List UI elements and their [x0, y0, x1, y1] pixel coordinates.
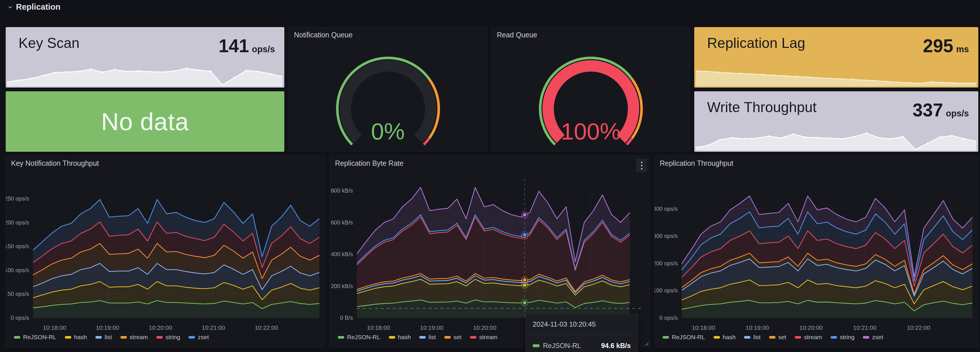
panel-key-notification-throughput: Key Notification Throughput 0 ops/s50 op…: [6, 155, 325, 347]
svg-text:10:18:00: 10:18:00: [692, 324, 715, 331]
chart-legend: ReJSON-RLhashliststreamstringzset: [14, 334, 209, 341]
series-color-swatch: [863, 336, 869, 339]
legend-item-ReJSON-RL[interactable]: ReJSON-RL: [338, 334, 380, 341]
svg-text:10:21:00: 10:21:00: [853, 324, 877, 331]
legend-item-ReJSON-RL[interactable]: ReJSON-RL: [14, 334, 56, 341]
panel-notification-queue: Notification Queue 0%: [289, 27, 487, 152]
svg-text:200 kB/s: 200 kB/s: [331, 283, 353, 289]
legend-label: set: [453, 334, 461, 341]
svg-text:600 kB/s: 600 kB/s: [331, 219, 353, 226]
svg-text:400 kB/s: 400 kB/s: [331, 251, 353, 257]
legend-label: stream: [804, 334, 822, 341]
series-color-swatch: [65, 336, 71, 339]
row-header-replication[interactable]: Replication: [7, 2, 60, 12]
stat-title: Key Scan: [19, 35, 80, 51]
svg-text:200 ops/s: 200 ops/s: [655, 260, 678, 266]
svg-text:10:18:00: 10:18:00: [43, 324, 66, 331]
series-color-swatch: [121, 336, 127, 339]
legend-item-zset[interactable]: zset: [863, 334, 883, 341]
svg-text:10:20:00: 10:20:00: [799, 324, 823, 331]
svg-text:400 ops/s: 400 ops/s: [655, 206, 678, 212]
panel-replication-lag: Replication Lag 295 ms: [694, 27, 978, 88]
legend-item-string[interactable]: string: [831, 334, 854, 341]
panel-menu-button[interactable]: [636, 158, 647, 172]
svg-text:0 B/s: 0 B/s: [340, 315, 353, 321]
series-color-swatch: [189, 336, 195, 339]
panel-replication-throughput: Replication Throughput 0 ops/s100 ops/s2…: [654, 155, 978, 347]
legend-label: zset: [198, 334, 209, 341]
svg-text:10:22:00: 10:22:00: [255, 324, 278, 331]
tooltip-series-label: ReJSON-RL: [543, 342, 581, 350]
legend-label: ReJSON-RL: [347, 334, 380, 341]
series-color-swatch: [338, 336, 344, 339]
chart-legend: ReJSON-RLhashlistsetstreamstringzset: [663, 334, 883, 341]
legend-label: list: [428, 334, 436, 341]
legend-item-list[interactable]: list: [744, 334, 760, 341]
legend-label: list: [105, 334, 112, 341]
svg-text:200 ops/s: 200 ops/s: [6, 219, 29, 226]
svg-text:10:18:00: 10:18:00: [367, 324, 390, 331]
legend-item-hash[interactable]: hash: [714, 334, 736, 341]
legend-label: stream: [479, 334, 497, 341]
svg-text:300 ops/s: 300 ops/s: [655, 233, 678, 239]
legend-label: ReJSON-RL: [672, 334, 705, 341]
legend-item-ReJSON-RL[interactable]: ReJSON-RL: [663, 334, 705, 341]
legend-label: list: [753, 334, 760, 341]
chevron-down-icon: [7, 4, 13, 10]
row-title: Replication: [16, 2, 60, 12]
series-color-swatch: [389, 336, 395, 339]
svg-text:10:20:00: 10:20:00: [149, 324, 172, 331]
svg-text:10:22:00: 10:22:00: [907, 324, 930, 331]
chart-canvas[interactable]: 0 ops/s100 ops/s200 ops/s300 ops/s400 op…: [655, 156, 978, 347]
series-color-swatch: [533, 344, 539, 347]
legend-label: ReJSON-RL: [23, 334, 56, 341]
stat-value: 295 ms: [923, 35, 969, 56]
series-color-swatch: [470, 336, 476, 339]
legend-item-hash[interactable]: hash: [389, 334, 411, 341]
svg-text:100 ops/s: 100 ops/s: [6, 267, 29, 273]
svg-text:800 kB/s: 800 kB/s: [331, 187, 353, 194]
legend-label: set: [778, 334, 786, 341]
svg-text:250 ops/s: 250 ops/s: [6, 195, 29, 202]
panel-key-scan: Key Scan 141 ops/s: [6, 27, 284, 88]
legend-label: string: [165, 334, 180, 341]
series-color-swatch: [663, 336, 669, 339]
legend-item-set[interactable]: set: [769, 334, 786, 341]
series-color-swatch: [156, 336, 163, 339]
svg-text:0 ops/s: 0 ops/s: [660, 315, 678, 321]
stat-value: 141 ops/s: [218, 35, 275, 56]
legend-item-list[interactable]: list: [419, 334, 436, 341]
resize-handle[interactable]: [645, 342, 648, 346]
svg-text:10:19:00: 10:19:00: [96, 324, 119, 331]
panel-read-queue: Read Queue 100%: [492, 27, 690, 152]
panel-title[interactable]: Read Queue: [497, 31, 537, 39]
svg-text:150 ops/s: 150 ops/s: [6, 243, 29, 249]
legend-item-stream[interactable]: stream: [795, 334, 822, 341]
stat-title: Write Throughput: [707, 99, 816, 115]
series-color-swatch: [795, 336, 801, 339]
legend-item-hash[interactable]: hash: [65, 334, 87, 341]
replication-lag-sparkline: [696, 58, 976, 86]
gauge-value: 0%: [289, 118, 487, 145]
svg-text:10:19:00: 10:19:00: [420, 324, 443, 331]
svg-text:10:19:00: 10:19:00: [746, 324, 769, 331]
panel-write-throughput: Write Throughput 337 ops/s: [694, 91, 978, 152]
legend-item-list[interactable]: list: [95, 334, 112, 341]
legend-item-stream[interactable]: stream: [470, 334, 497, 341]
tooltip-series-row: ReJSON-RL 94.6 kB/s: [526, 335, 638, 352]
legend-item-set[interactable]: set: [444, 334, 461, 341]
legend-item-zset[interactable]: zset: [189, 334, 209, 341]
stat-value: 337 ops/s: [913, 99, 969, 121]
legend-label: stream: [130, 334, 148, 341]
panel-title[interactable]: Notification Queue: [294, 31, 353, 39]
svg-text:10:21:00: 10:21:00: [202, 324, 225, 331]
legend-label: string: [840, 334, 854, 341]
legend-item-stream[interactable]: stream: [121, 334, 148, 341]
no-data-label: No data: [6, 91, 284, 152]
chart-canvas[interactable]: 0 ops/s50 ops/s100 ops/s150 ops/s200 ops…: [6, 156, 326, 347]
series-color-swatch: [95, 336, 102, 339]
series-color-swatch: [444, 336, 451, 339]
series-color-swatch: [14, 336, 20, 339]
legend-item-string[interactable]: string: [156, 334, 180, 341]
panel-no-data: No data: [6, 91, 284, 152]
